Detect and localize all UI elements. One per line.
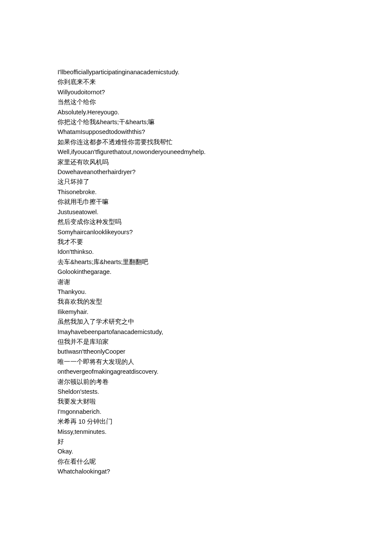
transcript-line: Idon'tthinkso. [58, 247, 334, 257]
transcript-line: Thisonebroke. [58, 187, 334, 197]
transcript-line: 你把这个给我&hearts;干&hearts;嘛 [58, 117, 334, 127]
transcript-body: I'llbeofficiallyparticipatinginanacademi… [58, 67, 334, 477]
transcript-line: 谢谢 [58, 277, 334, 287]
transcript-line: 去车&hearts;库&hearts;里翻翻吧 [58, 257, 334, 267]
transcript-line: Imayhavebeenpartofanacademicstudy, [58, 327, 334, 337]
transcript-line: 我要发大财啦 [58, 397, 334, 407]
transcript-line: butIwasn'ttheonlyCooper [58, 347, 334, 357]
transcript-line: 米希再 10 分钟出门 [58, 417, 334, 427]
transcript-line: 家里还有吹风机吗 [58, 157, 334, 167]
transcript-line: Well,ifyoucan'tfigurethatout,nowonderyou… [58, 147, 334, 157]
transcript-line: 这只坏掉了 [58, 177, 334, 187]
transcript-line: 虽然我加入了学术研究之中 [58, 317, 334, 327]
transcript-line: Sheldon'stests. [58, 387, 334, 397]
transcript-line: onthevergeofmakingagreatdiscovery. [58, 367, 334, 377]
transcript-line: Whatchalookingat? [58, 467, 334, 477]
transcript-line: 你就用毛巾擦干嘛 [58, 197, 334, 207]
transcript-line: 然后变成你这种发型吗 [58, 217, 334, 227]
transcript-line: Missy,tenminutes. [58, 427, 334, 437]
transcript-line: Somyhaircanlooklikeyours? [58, 227, 334, 237]
transcript-line: 你到底来不来 [58, 77, 334, 87]
transcript-line: Golookinthegarage. [58, 267, 334, 277]
transcript-line: 你在看什么呢 [58, 457, 334, 467]
transcript-line: WhatamIsupposedtodowiththis? [58, 127, 334, 137]
transcript-line: 唯一一个即将有大发现的人 [58, 357, 334, 367]
transcript-line: 好 [58, 437, 334, 447]
transcript-line: I'llbeofficiallyparticipatinginanacademi… [58, 67, 334, 77]
transcript-line: Dowehaveanotherhairdryer? [58, 167, 334, 177]
transcript-line: 当然这个给你 [58, 97, 334, 107]
transcript-line: 如果你连这都参不透难怪你需要找我帮忙 [58, 137, 334, 147]
transcript-line: Willyoudoitornot? [58, 87, 334, 97]
transcript-line: Ilikemyhair. [58, 307, 334, 317]
transcript-line: 我喜欢我的发型 [58, 297, 334, 307]
transcript-line: I'mgonnaberich. [58, 407, 334, 417]
transcript-line: 谢尔顿以前的考卷 [58, 377, 334, 387]
transcript-line: 我才不要 [58, 237, 334, 247]
transcript-line: 但我并不是库珀家 [58, 337, 334, 347]
transcript-line: Thankyou. [58, 287, 334, 297]
transcript-line: Absolutely.Hereyougo. [58, 108, 334, 117]
transcript-line: Justuseatowel. [58, 207, 334, 217]
transcript-line: Okay. [58, 447, 334, 456]
